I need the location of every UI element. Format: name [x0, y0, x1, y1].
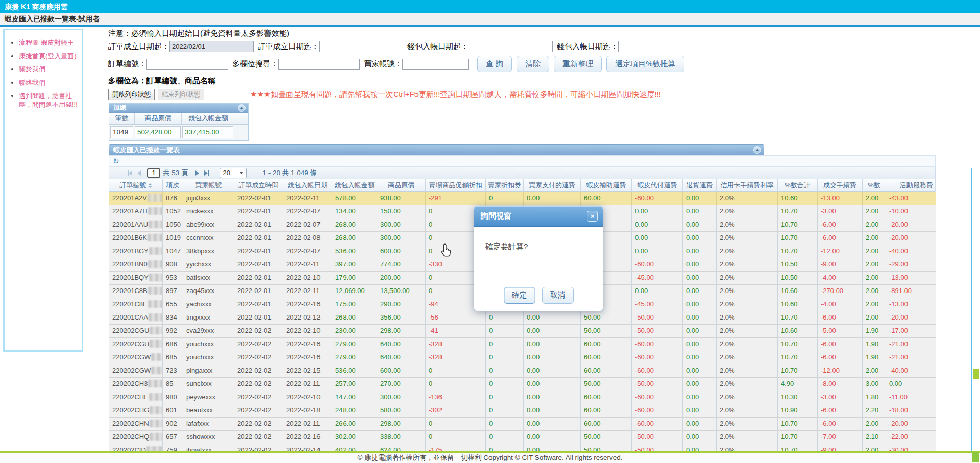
column-header-17[interactable]: 活動服務費 [886, 179, 936, 192]
redacted-blur [148, 260, 163, 268]
table-row[interactable]: 220202CGW685youchxxx2022-02-022022-02-16… [109, 351, 936, 364]
column-header-0[interactable]: 訂單編號 [109, 179, 163, 192]
close-icon[interactable]: × [587, 211, 598, 222]
table-cell: -20.00 [886, 418, 936, 430]
table-cell: 60.00 [581, 418, 632, 430]
table-cell: 60.00 [581, 192, 632, 205]
sidebar-link[interactable]: 流程圖-蝦皮對帳王 [19, 39, 74, 46]
wallet-date-to-input[interactable] [618, 41, 702, 52]
last-page-icon[interactable] [204, 170, 209, 176]
table-row[interactable]: 220202CGW723pingaxxx2022-02-022022-02-15… [109, 364, 936, 378]
order-id-text: 220202CGW [112, 353, 151, 361]
column-header-6[interactable]: 商品原價 [377, 179, 426, 192]
table-cell: 980 [163, 391, 183, 404]
prev-page-icon[interactable] [137, 170, 141, 176]
column-header-11[interactable]: 蝦皮代付運費 [632, 179, 683, 192]
buyer-account-input[interactable] [402, 59, 469, 70]
table-cell: 0.00 [683, 272, 717, 284]
wallet-date-from-input[interactable] [469, 41, 553, 52]
column-header-1[interactable]: 項次 [163, 179, 183, 192]
table-row[interactable]: 220202CGU992cva29xxx2022-02-022022-02-10… [109, 325, 936, 338]
vertical-scrollbar[interactable] [971, 168, 980, 451]
table-cell: 50.00 [581, 311, 632, 324]
order-id-text: 220201A2V [112, 194, 147, 202]
table-cell: -20.00 [886, 218, 936, 231]
table-cell: 2.00 [863, 364, 886, 377]
grid-collapse-icon[interactable] [753, 146, 761, 154]
sidebar-link[interactable]: 聯絡我們 [19, 79, 45, 86]
table-cell: -328 [426, 351, 486, 364]
table-cell: 0.00 [683, 232, 717, 245]
total-pages-label: 共 53 頁 [163, 168, 188, 178]
sidebar-link[interactable]: 遇到問題，臉書社團，問問題不用錢!!! [19, 92, 78, 108]
totals-panel: 加總 筆數 商品原價 錢包入帳金額 1049 502,428.00 337,41… [109, 103, 249, 141]
table-row[interactable]: 220202CH385suncixxx2022-02-022022-02-112… [109, 378, 936, 391]
table-row[interactable]: 220202CHE980peywexxx2022-02-022022-02-10… [109, 391, 936, 404]
table-cell: 10.60 [778, 192, 818, 205]
table-cell: 2.00 [863, 258, 886, 271]
confirm-button[interactable]: 確定 [504, 287, 535, 304]
page-size-select[interactable]: 20 [220, 168, 247, 178]
scrollbar-thumb[interactable] [973, 369, 979, 379]
sidebar-link[interactable]: 康捷首頁(登入畫面) [19, 52, 77, 60]
column-header-16[interactable]: %數 [863, 179, 886, 192]
next-page-icon[interactable] [195, 170, 199, 176]
reload-button[interactable]: 重新整理 [554, 56, 602, 72]
order-date-from-input[interactable] [169, 41, 254, 52]
sidebar-menu: 流程圖-蝦皮對帳王康捷首頁(登入畫面)關於我們聯絡我們遇到問題，臉書社團，問問題… [19, 38, 82, 109]
redacted-blur [151, 367, 163, 374]
first-page-icon[interactable] [128, 170, 132, 176]
column-header-2[interactable]: 買家帳號 [183, 179, 234, 192]
order-id-cell: 220201AAU [109, 218, 163, 231]
clear-button[interactable]: 清除 [517, 56, 549, 72]
order-id-cell: 220201C8E [109, 298, 163, 311]
order-id-cell: 220202CHG [109, 404, 163, 417]
column-header-7[interactable]: 賣場商品促銷折扣 [426, 179, 486, 192]
table-cell: 10.70 [778, 418, 818, 430]
table-cell: 0 [486, 378, 524, 391]
table-cell: 0.00 [683, 258, 717, 271]
table-cell: -6.00 [818, 232, 863, 245]
table-row[interactable]: 220202CGU686youchxxx2022-02-022022-02-16… [109, 338, 936, 351]
recalc-selected-button[interactable]: 選定項目%數推算 [606, 56, 684, 72]
table-row[interactable]: 220201A2V876jojo3xxx2022-02-012022-02-11… [109, 192, 936, 205]
dialog-header[interactable]: 詢問視窗 × [474, 206, 603, 227]
column-header-13[interactable]: 信用卡手續費利率 [717, 179, 778, 192]
table-cell: 2022-02-16 [283, 431, 332, 444]
column-header-14[interactable]: %數合計 [778, 179, 818, 192]
table-cell: 0.00 [524, 338, 581, 351]
redacted-blur [150, 327, 163, 334]
table-cell: 2022-02-16 [283, 338, 332, 351]
column-header-15[interactable]: 成交手續費 [818, 179, 863, 192]
table-row[interactable]: 220202CHN902lafafxxx2022-02-022022-02-11… [109, 418, 936, 431]
column-header-8[interactable]: 賣家折扣券 [486, 179, 524, 192]
page-title: 蝦皮匯入已撥款一覽表-試用者 [5, 15, 100, 23]
column-header-4[interactable]: 錢包入帳日期 [283, 179, 332, 192]
column-header-10[interactable]: 蝦皮補助運費 [581, 179, 632, 192]
refresh-icon[interactable]: ↻ [113, 157, 119, 165]
close-print-state-button[interactable]: 結束列印狀態 [158, 89, 204, 100]
order-id-text: 220202CHQ [112, 433, 149, 441]
grid-toolbar: ↻ [109, 155, 936, 167]
column-header-12[interactable]: 退貨運費 [683, 179, 717, 192]
row-range-label: 1 - 20 共 1 049 條 [263, 168, 317, 178]
multi-field-input[interactable] [278, 59, 360, 70]
column-header-3[interactable]: 訂單成立時間 [234, 179, 283, 192]
totals-collapse-icon[interactable] [238, 104, 246, 112]
table-cell: 1050 [163, 218, 183, 231]
order-no-input[interactable] [146, 59, 228, 70]
table-cell: 2022-02-15 [283, 364, 332, 377]
table-row[interactable]: 220202CHG601beautxxx2022-02-022022-02-18… [109, 404, 936, 418]
sidebar-link[interactable]: 關於我們 [19, 65, 45, 73]
table-cell: -21.00 [886, 338, 936, 351]
page-number-input[interactable] [147, 168, 160, 178]
search-button[interactable]: 查 詢 [477, 56, 512, 72]
column-header-9[interactable]: 買家支付的運費 [524, 179, 581, 192]
order-date-to-input[interactable] [319, 41, 403, 52]
cancel-button[interactable]: 取消 [542, 287, 574, 304]
table-cell: 2022-02-02 [234, 338, 283, 351]
column-header-5[interactable]: 錢包入帳金額 [332, 179, 377, 192]
open-print-state-button[interactable]: 開啟列印狀態 [108, 89, 155, 100]
table-row[interactable]: 220201CAA834tingxxxx2022-02-012022-02-12… [109, 311, 936, 325]
table-row[interactable]: 220202CHQ657sshowxxx2022-02-022022-02-16… [109, 431, 936, 444]
